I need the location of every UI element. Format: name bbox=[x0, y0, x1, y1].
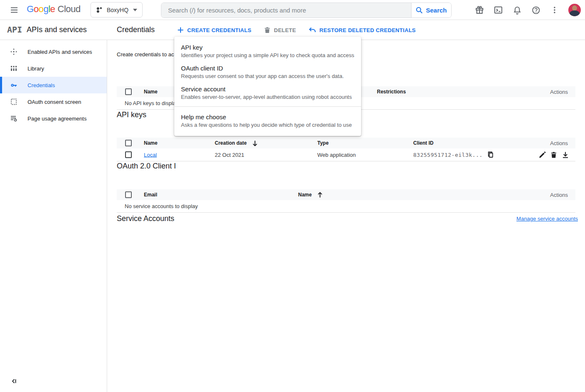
more-vert-icon[interactable] bbox=[550, 5, 560, 15]
sidebar-item-credentials[interactable]: Credentials bbox=[0, 77, 107, 93]
logo-cloud-text: Cloud bbox=[58, 4, 80, 15]
column-header-name[interactable]: Name bbox=[298, 192, 323, 198]
client-id-value: 83255951712-eil3k... bbox=[413, 152, 483, 158]
chevron-down-icon bbox=[133, 9, 137, 11]
avatar-shoulders bbox=[570, 10, 580, 16]
sidebar-item-library[interactable]: Library bbox=[0, 60, 107, 77]
logo-letter: o bbox=[38, 4, 43, 14]
create-credentials-menu: API key Identifies your project using a … bbox=[174, 37, 361, 136]
column-header-creation-date[interactable]: Creation date bbox=[215, 140, 258, 146]
agreements-icon bbox=[10, 115, 18, 122]
select-all-checkbox[interactable] bbox=[125, 140, 132, 146]
menu-item-description: Identifies your project using a simple A… bbox=[181, 52, 354, 58]
delete-button[interactable]: DELETE bbox=[264, 27, 296, 33]
edit-icon[interactable] bbox=[538, 151, 546, 158]
logo-letter: g bbox=[43, 4, 48, 14]
collapse-panel-icon[interactable] bbox=[9, 377, 18, 386]
avatar[interactable] bbox=[568, 4, 581, 16]
google-cloud-logo[interactable]: Google Cloud bbox=[27, 4, 80, 15]
search-button[interactable]: Search bbox=[411, 3, 451, 18]
menu-item-title: Help me choose bbox=[181, 113, 354, 121]
creation-date-label: Creation date bbox=[215, 140, 247, 146]
topbar-icon-group bbox=[475, 0, 581, 20]
library-icon bbox=[10, 65, 18, 72]
google-cloud-console: Google Cloud BoxyHQ Search bbox=[0, 0, 585, 392]
hamburger-menu-icon[interactable] bbox=[9, 5, 20, 15]
menu-item-description: Asks a few questions to help you decide … bbox=[181, 122, 354, 128]
restore-deleted-credentials-button[interactable]: RESTORE DELETED CREDENTIALS bbox=[309, 27, 416, 33]
column-header-actions: Actions bbox=[550, 192, 568, 198]
top-navigation-bar: Google Cloud BoxyHQ Search bbox=[0, 0, 585, 20]
copy-icon[interactable] bbox=[487, 151, 494, 158]
client-type-value: Web application bbox=[317, 152, 356, 158]
cloud-shell-icon[interactable] bbox=[493, 5, 503, 15]
name-label: Name bbox=[298, 192, 312, 198]
column-header-actions: Actions bbox=[550, 89, 568, 95]
menu-item-oauth-client-id[interactable]: OAuth client ID Requests user consent so… bbox=[174, 61, 361, 82]
column-header-client-id[interactable]: Client ID bbox=[413, 140, 434, 146]
column-header-actions: Actions bbox=[550, 140, 568, 146]
row-action-icons bbox=[538, 151, 569, 158]
logo-letter: o bbox=[34, 4, 39, 14]
sidebar-item-label: OAuth consent screen bbox=[28, 99, 81, 105]
menu-item-title: OAuth client ID bbox=[181, 65, 354, 72]
select-all-checkbox[interactable] bbox=[125, 88, 132, 95]
product-title: APIs and services bbox=[27, 25, 87, 34]
search-input[interactable] bbox=[161, 3, 411, 18]
sidebar-item-label: Page usage agreements bbox=[28, 116, 87, 122]
menu-item-help-me-choose[interactable]: Help me choose Asks a few questions to h… bbox=[174, 110, 361, 131]
column-header-email[interactable]: Email bbox=[144, 192, 157, 198]
project-name: BoxyHQ bbox=[107, 7, 128, 13]
sidebar-item-label: Library bbox=[28, 65, 44, 72]
download-icon[interactable] bbox=[562, 151, 569, 158]
sidebar-item-page-usage-agreements[interactable]: Page usage agreements bbox=[0, 110, 107, 127]
column-header-name[interactable]: Name bbox=[144, 89, 158, 95]
sidebar-item-label: Enabled APIs and services bbox=[28, 49, 92, 55]
help-icon[interactable] bbox=[531, 5, 541, 15]
delete-label: DELETE bbox=[274, 27, 296, 33]
manage-service-accounts-link[interactable]: Manage service accounts bbox=[517, 216, 578, 222]
project-icon bbox=[96, 6, 103, 13]
create-credentials-button[interactable]: CREATE CREDENTIALS bbox=[177, 27, 251, 33]
menu-divider bbox=[174, 106, 361, 107]
consent-screen-icon bbox=[10, 98, 18, 106]
menu-item-api-key[interactable]: API key Identifies your project using a … bbox=[174, 40, 361, 61]
bell-icon[interactable] bbox=[512, 5, 522, 15]
sort-asc-arrow-icon bbox=[317, 192, 323, 198]
service-accounts-empty-row: No service accounts to display bbox=[117, 200, 575, 213]
oauth-table-header: Name Creation date Type Client ID Action… bbox=[117, 138, 575, 148]
trash-icon bbox=[264, 27, 271, 33]
search-icon bbox=[416, 7, 423, 14]
creation-date-value: 22 Oct 2021 bbox=[215, 152, 244, 158]
sidebar-item-oauth-consent-screen[interactable]: OAuth consent screen bbox=[0, 93, 107, 110]
column-header-restrictions[interactable]: Restrictions bbox=[377, 89, 406, 95]
project-selector[interactable]: BoxyHQ bbox=[90, 2, 143, 18]
column-header-name[interactable]: Name bbox=[144, 140, 158, 146]
page-title: Credentials bbox=[117, 25, 155, 34]
oauth-clients-heading: OAuth 2.0 Client I bbox=[117, 162, 176, 171]
global-search: Search bbox=[161, 3, 452, 18]
delete-icon[interactable] bbox=[550, 151, 557, 158]
plus-icon bbox=[177, 27, 184, 33]
service-accounts-table: Email Name Actions No service accounts t… bbox=[117, 189, 575, 213]
undo-icon bbox=[309, 27, 316, 33]
menu-item-title: API key bbox=[181, 44, 354, 51]
oauth-client-name-link[interactable]: Local bbox=[144, 152, 157, 158]
intro-text: Create credentials to ac bbox=[117, 51, 174, 58]
api-keys-empty-text: No API keys to displa bbox=[125, 100, 176, 106]
api-keys-heading: API keys bbox=[117, 111, 146, 119]
client-id-cell: 83255951712-eil3k... bbox=[413, 151, 494, 158]
search-button-label: Search bbox=[426, 7, 447, 14]
menu-item-title: Service account bbox=[181, 85, 354, 93]
column-header-type[interactable]: Type bbox=[317, 140, 329, 146]
sidebar-navigation: Enabled APIs and services Library Creden… bbox=[0, 40, 107, 392]
menu-item-service-account[interactable]: Service account Enables server-to-server… bbox=[174, 82, 361, 103]
gift-icon[interactable] bbox=[475, 5, 485, 15]
row-checkbox[interactable] bbox=[125, 151, 132, 158]
restore-label: RESTORE DELETED CREDENTIALS bbox=[319, 27, 416, 33]
select-all-checkbox[interactable] bbox=[125, 191, 132, 198]
api-product-logo: API bbox=[7, 25, 22, 35]
sidebar-item-enabled-apis[interactable]: Enabled APIs and services bbox=[0, 43, 107, 60]
service-accounts-heading: Service Accounts bbox=[117, 214, 174, 223]
sort-desc-arrow-icon bbox=[252, 140, 258, 146]
